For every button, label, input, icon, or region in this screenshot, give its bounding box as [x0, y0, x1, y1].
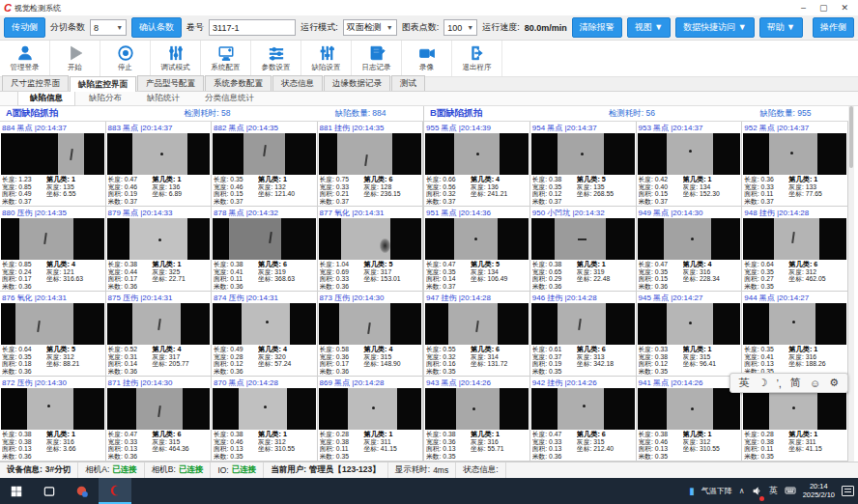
ime-halfmoon-icon[interactable]: ☽ — [758, 377, 768, 389]
defect-cell[interactable]: 951 黑点 |20:14:36长度: 0.47宽度: 0.35面积: 0.14… — [424, 207, 530, 292]
status-value: 已连接 — [232, 464, 257, 476]
toolbar-button-exit[interactable]: 退出程序 — [452, 41, 502, 76]
defect-info: 长度: 0.28宽度: 0.38面积: 0.11米数: 0.35第几类: 1灰度… — [318, 430, 423, 461]
defect-cell[interactable]: 876 氧化 |20:14:31长度: 0.64宽度: 0.35面积: 0.18… — [0, 292, 106, 377]
scrollbar-thumb[interactable] — [849, 106, 853, 168]
hidden-icons-caret[interactable]: ∧ — [739, 487, 745, 495]
defect-cell[interactable]: 943 黑点 |20:14:26长度: 0.38宽度: 0.36面积: 0.13… — [424, 377, 530, 462]
ime-simplified-toggle[interactable]: 简 — [790, 376, 801, 390]
defect-cell[interactable]: 883 黑点 |20:14:37长度: 0.47宽度: 0.46面积: 0.19… — [106, 122, 213, 207]
toolbar-button-play[interactable]: 开始 — [50, 41, 100, 76]
taskbar-clock[interactable]: 20:14 2025/2/10 — [803, 483, 835, 499]
tab-尺寸监控界面[interactable]: 尺寸监控界面 — [2, 75, 69, 91]
defect-image — [531, 218, 635, 260]
tab-缺陷监控界面[interactable]: 缺陷监控界面 — [70, 76, 136, 92]
drive-side-button[interactable]: 传动侧 — [4, 17, 45, 38]
subtab-缺陷分布[interactable]: 缺陷分布 — [77, 92, 133, 105]
ime-toolbar[interactable]: 英☽’,简☺⚙ — [729, 373, 848, 393]
start-button[interactable] — [0, 478, 33, 504]
defect-cell[interactable]: 875 压伤 |20:14:31长度: 0.52宽度: 0.31面积: 0.14… — [106, 292, 213, 377]
tab-边缘数据记录[interactable]: 边缘数据记录 — [324, 75, 390, 91]
defect-cell[interactable]: 873 压伤 |20:14:30长度: 0.58宽度: 0.36面积: 0.17… — [318, 292, 424, 377]
task-view-button[interactable] — [33, 478, 66, 504]
defect-cell[interactable]: 881 挂伤 |20:14:35长度: 0.75宽度: 0.33面积: 0.21… — [318, 122, 424, 207]
subtab-缺陷信息[interactable]: 缺陷信息 — [17, 91, 75, 106]
toolbar-button-defect[interactable]: 缺陷设置 — [301, 41, 352, 76]
defect-cell[interactable]: 946 挂伤 |20:14:28长度: 0.61宽度: 0.37面积: 0.19… — [530, 292, 637, 377]
defect-gray: 灰度: 316 — [46, 438, 103, 445]
action-center-icon[interactable] — [842, 486, 854, 496]
defect-cell[interactable]: 950 小凹坑 |20:14:32长度: 0.38宽度: 0.65面积: 0.2… — [530, 207, 637, 292]
defect-cell[interactable]: 871 挂伤 |20:14:30长度: 0.47宽度: 0.33面积: 0.13… — [106, 377, 213, 462]
minimize-icon[interactable]: – — [801, 3, 806, 13]
thermometer-icon[interactable]: ▮ — [689, 486, 695, 496]
defect-cell[interactable]: 870 黑点 |20:14:28长度: 0.38宽度: 0.46面积: 0.13… — [212, 377, 318, 462]
ime-emoji-icon[interactable]: ☺ — [810, 378, 820, 389]
defect-cell[interactable]: 872 压伤 |20:14:30长度: 0.38宽度: 0.38面积: 0.13… — [0, 377, 106, 462]
view-menu-button[interactable]: 视图 ▼ — [627, 17, 671, 38]
ime-settings-icon[interactable]: ⚙ — [829, 377, 839, 389]
toolbar-button-debug[interactable]: 调试模式 — [151, 41, 201, 76]
defect-info: 长度: 0.55宽度: 0.32面积: 0.16米数: 0.35第几类: 6灰度… — [424, 345, 529, 376]
vertical-scrollbar[interactable] — [848, 106, 854, 462]
subtab-分类信息统计[interactable]: 分类信息统计 — [193, 92, 266, 105]
toolbar-button-system[interactable]: 系统配置 — [201, 41, 251, 76]
chart-points-select[interactable]: 100▼ — [443, 19, 477, 36]
defect-meter: 米数: 0.36 — [214, 283, 258, 290]
clear-alarm-button[interactable]: 清除报警 — [572, 17, 622, 38]
tab-系统参数配置[interactable]: 系统参数配置 — [205, 75, 272, 91]
ime-punctuation-toggle[interactable]: ’, — [776, 378, 782, 389]
speaker-icon[interactable] — [752, 483, 762, 500]
slit-count-select[interactable]: 8▼ — [90, 19, 127, 36]
toolbar-button-log[interactable]: 日志记录 — [352, 41, 402, 76]
defect-cell[interactable]: 953 黑点 |20:14:37长度: 0.42宽度: 0.40面积: 0.15… — [637, 122, 743, 207]
defect-cell[interactable]: 954 黑点 |20:14:37长度: 0.38宽度: 0.35面积: 0.12… — [530, 122, 637, 207]
defect-cell[interactable]: 945 黑点 |20:14:27长度: 0.33宽度: 0.38面积: 0.12… — [637, 292, 743, 377]
defect-cell[interactable]: 869 黑点 |20:14:28长度: 0.28宽度: 0.38面积: 0.11… — [318, 377, 424, 462]
defect-cell[interactable]: 944 黑点 |20:14:27长度: 0.35宽度: 0.41面积: 0.13… — [742, 292, 848, 377]
toolbar-button-camera[interactable]: 录像 — [402, 41, 452, 76]
defect-width: 宽度: 0.35 — [2, 353, 46, 360]
defect-cell[interactable]: 948 挂伤 |20:14:28长度: 0.64宽度: 0.35面积: 0.27… — [742, 207, 848, 292]
data-quick-access-button[interactable]: 数据快捷访问 ▼ — [675, 17, 754, 38]
maximize-icon[interactable]: ▢ — [819, 3, 828, 13]
defect-cell[interactable]: 952 黑点 |20:14:37长度: 0.36宽度: 0.33面积: 0.11… — [742, 122, 848, 207]
close-icon[interactable]: ✕ — [841, 3, 848, 13]
defect-cell[interactable]: 941 黑点 |20:14:26长度: 0.38宽度: 0.46面积: 0.13… — [637, 377, 743, 462]
defect-mark-icon — [38, 321, 42, 332]
ime-english-toggle[interactable]: 英 — [739, 376, 750, 390]
taskbar-app-icon[interactable] — [66, 478, 99, 504]
defect-meter: 米数: 0.37 — [2, 198, 46, 205]
defect-cell[interactable]: 949 黑点 |20:14:30长度: 0.47宽度: 0.35面积: 0.15… — [637, 207, 743, 292]
tab-产品型号配置[interactable]: 产品型号配置 — [137, 75, 204, 91]
defect-cell[interactable]: 947 挂伤 |20:14:28长度: 0.55宽度: 0.32面积: 0.16… — [424, 292, 530, 377]
defect-cell[interactable]: 955 黑点 |20:14:39长度: 0.66宽度: 0.56面积: 0.32… — [424, 122, 530, 207]
language-indicator[interactable]: 英 — [769, 485, 778, 497]
defect-cell[interactable]: 877 氧化 |20:14:31长度: 1.04宽度: 0.69面积: 0.33… — [318, 207, 424, 292]
toolbar-button-user[interactable]: 管理登录 — [0, 41, 50, 76]
defect-class-info: 第几类: 1灰度: 316坐标: 188.26 — [788, 346, 845, 375]
operator-side-button[interactable]: 操作侧 — [813, 17, 854, 38]
toolbar-button-stop[interactable]: 停止 — [100, 41, 151, 76]
toolbar-button-params[interactable]: 参数设置 — [251, 41, 301, 76]
defect-cell[interactable]: 878 黑点 |20:14:32长度: 0.38宽度: 0.41面积: 0.11… — [212, 207, 318, 292]
roll-number-input[interactable]: 3117-1 — [209, 19, 296, 36]
run-mode-select[interactable]: 双面检测▼ — [343, 19, 397, 36]
tab-状态信息[interactable]: 状态信息 — [272, 75, 323, 91]
subtab-缺陷统计[interactable]: 缺陷统计 — [135, 92, 191, 105]
confirm-count-button[interactable]: 确认条数 — [131, 17, 182, 38]
defect-cell[interactable]: 942 挂伤 |20:14:26长度: 0.47宽度: 0.33面积: 0.13… — [530, 377, 637, 462]
defect-coord: 坐标: 342.18 — [577, 360, 634, 367]
toolbar-button-label: 停止 — [118, 63, 132, 72]
defect-cell[interactable]: 882 黑点 |20:14:35长度: 0.35宽度: 0.46面积: 0.15… — [212, 122, 318, 207]
defect-cell[interactable]: 874 压伤 |20:14:31长度: 0.49宽度: 0.28面积: 0.12… — [212, 292, 318, 377]
tab-测试[interactable]: 测试 — [391, 75, 425, 91]
taskbar-active-app-icon[interactable] — [99, 478, 131, 504]
weather-text[interactable]: 气温下降 — [701, 486, 732, 496]
defect-length: 长度: 0.47 — [108, 176, 153, 182]
defect-cell[interactable]: 880 压伤 |20:14:35长度: 0.85宽度: 0.24面积: 0.17… — [0, 207, 106, 292]
help-menu-button[interactable]: 帮助 ▼ — [759, 17, 803, 38]
defect-cell[interactable]: 884 黑点 |20:14:37长度: 1.23宽度: 0.85面积: 0.49… — [0, 122, 106, 207]
keyboard-icon[interactable] — [785, 483, 796, 500]
defect-cell[interactable]: 879 黑点 |20:14:33长度: 0.38宽度: 0.44面积: 0.17… — [106, 207, 213, 292]
